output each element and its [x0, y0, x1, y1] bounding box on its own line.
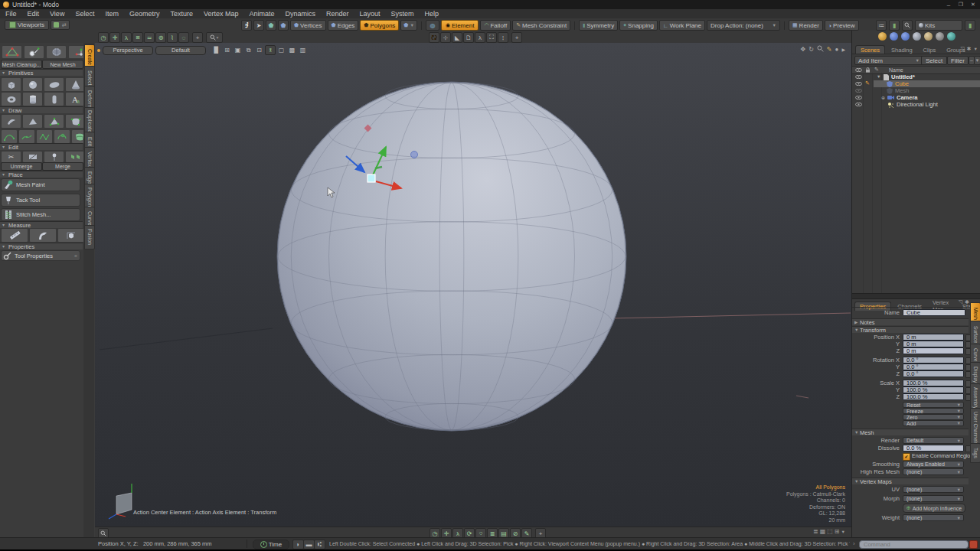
gizmo-center-handle[interactable] [368, 174, 375, 182]
blue-ball2-icon[interactable] [901, 32, 910, 41]
gizmo-blue-handle-dot[interactable] [411, 152, 418, 158]
bar-icon[interactable]: ▬ [303, 540, 315, 549]
angle-tool[interactable] [29, 228, 57, 243]
vertices-mode-button[interactable]: ⬟ Vertices [290, 20, 326, 31]
menu-view[interactable]: View [44, 9, 70, 18]
mesh-item-label[interactable]: Mesh [895, 87, 909, 94]
channels-icon[interactable]: ⑆ [314, 540, 325, 549]
menu-select[interactable]: Select [70, 9, 100, 18]
pan-icon[interactable]: ✥ [800, 46, 805, 53]
weight-dropdown[interactable]: (none)▼ [903, 514, 964, 521]
blue-ball-icon[interactable] [890, 32, 898, 41]
time-button[interactable]: Time [253, 540, 289, 549]
smoothing-dropdown[interactable]: Always Enabled▼ [903, 461, 964, 468]
item-globe-icon[interactable]: ◍ [426, 20, 439, 31]
menu-edit[interactable]: Edit [22, 9, 45, 18]
menu-file[interactable]: File [0, 9, 22, 18]
light-item-label[interactable]: Directional Light [897, 101, 938, 108]
item-row-camera[interactable]: ⊕ Camera [852, 94, 980, 101]
primitives-section-header[interactable]: Primitives [0, 69, 83, 76]
camera-item-label[interactable]: Camera [897, 94, 918, 101]
search-icon[interactable] [902, 20, 913, 31]
center-shield-icon[interactable]: ⬟ [278, 20, 289, 31]
falloff-button[interactable]: ◠ Falloff [480, 20, 511, 31]
vtab-tags[interactable]: Tags [970, 443, 980, 463]
items-mode-icon[interactable]: 🮲 [241, 20, 252, 31]
menu-item[interactable]: Item [100, 9, 124, 18]
torus-tool[interactable] [1, 92, 21, 106]
element-action-center-button[interactable]: ◉ Element [441, 20, 479, 31]
vp-quad-icon[interactable]: ⊞ [222, 45, 232, 55]
item-row-directional-light[interactable]: Directional Light [852, 101, 980, 108]
place-section-header[interactable]: Place [0, 171, 83, 178]
mesh-section-header[interactable]: ▼Mesh [852, 429, 969, 435]
add-preset-icon[interactable]: + [192, 32, 203, 43]
bspline-tool[interactable] [36, 129, 53, 144]
transform-section-header[interactable]: ▼Transform [852, 326, 969, 333]
uv-dropdown[interactable]: (none)▼ [903, 486, 964, 493]
corner-icon[interactable]: ◣ [452, 32, 462, 43]
item-row-cube[interactable]: ✎ Cube [852, 80, 980, 87]
pivot-shield-icon[interactable]: ⬟ [266, 20, 276, 31]
scale-y-field[interactable]: 100.0 % [903, 386, 964, 393]
item-row-mesh[interactable]: Mesh [852, 87, 980, 94]
add-tool-icon[interactable]: + [511, 32, 522, 43]
draw-section-header[interactable]: Draw [0, 106, 83, 113]
new-mesh-button[interactable]: New Mesh [42, 60, 83, 69]
frame-small-icon[interactable]: ⬚ [827, 528, 833, 535]
command-input[interactable] [859, 540, 969, 549]
dimension-tool[interactable] [57, 228, 85, 243]
mesh-constraint-button[interactable]: ✎ Mesh Constraint [512, 20, 570, 31]
minimize-button[interactable]: – [943, 2, 954, 8]
eye-icon[interactable] [855, 75, 862, 79]
vtab-user-channels[interactable]: User Channels [970, 408, 980, 448]
sketch-tool[interactable] [1, 114, 21, 129]
render-dropdown[interactable]: Default▼ [903, 437, 964, 444]
orbit-icon[interactable]: ↻ [808, 46, 814, 53]
sphere-mesh[interactable] [277, 82, 626, 431]
vp-reflect-icon[interactable]: ▥ [298, 45, 308, 55]
vertex-maps-section-header[interactable]: ▼Vertex Maps [852, 478, 969, 484]
unmerge-button[interactable]: Unmerge [1, 162, 42, 171]
gray-ball-icon[interactable] [913, 32, 921, 41]
enable-regions-checkbox[interactable]: ✔ [903, 453, 910, 461]
edges-mode-button[interactable]: ⬟ Edges [328, 20, 359, 31]
eye-icon[interactable] [855, 82, 862, 86]
reset-dropdown[interactable]: Reset▼ [903, 402, 964, 408]
expand-plus-icon[interactable]: ⊕ [881, 95, 885, 100]
auto-select-icon[interactable]: ➤ [253, 20, 264, 31]
gear-icon[interactable]: ✱ [967, 46, 972, 52]
morph-dropdown[interactable]: (none)▼ [903, 495, 964, 502]
split-small-icon[interactable]: ⊞ [835, 528, 840, 535]
menu-texture[interactable]: Texture [165, 9, 198, 18]
menu-render[interactable]: Render [321, 9, 354, 18]
grid-small-icon[interactable]: ≣ [813, 528, 818, 535]
edit-section-header[interactable]: Edit [0, 143, 83, 150]
tan-ball-icon[interactable] [924, 32, 933, 41]
snapping-button[interactable]: ⌖ Snapping [619, 20, 658, 31]
rotate-workplane-icon[interactable]: 🗘 [429, 32, 439, 43]
vp-texture-icon[interactable]: ▩ [287, 45, 297, 55]
polygon-pen-tool[interactable] [22, 114, 43, 129]
zoom-icon[interactable] [817, 45, 824, 54]
page-icon[interactable]: 🗋 [463, 32, 474, 43]
work-plane-button[interactable]: ∟ Work Plane [659, 20, 705, 31]
name-field[interactable]: Cube [903, 309, 965, 316]
more-dots-icon[interactable]: ⁝ [498, 32, 508, 43]
eye-icon[interactable] [855, 103, 862, 106]
bezier-tool[interactable] [18, 129, 35, 144]
mesh-tab-icon[interactable] [2, 45, 22, 59]
cube-item-label[interactable]: Cube [895, 80, 909, 87]
vp-wire-icon[interactable]: ⊡ [254, 45, 264, 55]
add-morph-influence-button[interactable]: ⊕ Add Morph Influence [903, 504, 965, 513]
highres-dropdown[interactable]: (none)▼ [903, 468, 964, 475]
vp-grid-icon[interactable]: ▉ [211, 45, 221, 55]
eye-icon[interactable] [855, 96, 862, 99]
ruler-tool[interactable] [1, 228, 28, 243]
rotation-x-field[interactable]: 0.0 ° [903, 357, 964, 364]
bridge-tool[interactable] [65, 151, 86, 163]
sliders-icon[interactable]: ≔ [876, 20, 887, 31]
select-button[interactable]: Select [921, 56, 947, 65]
kits-dropdown[interactable]: Kits [915, 20, 962, 31]
freeze-dropdown[interactable]: Freeze▼ [903, 408, 964, 414]
